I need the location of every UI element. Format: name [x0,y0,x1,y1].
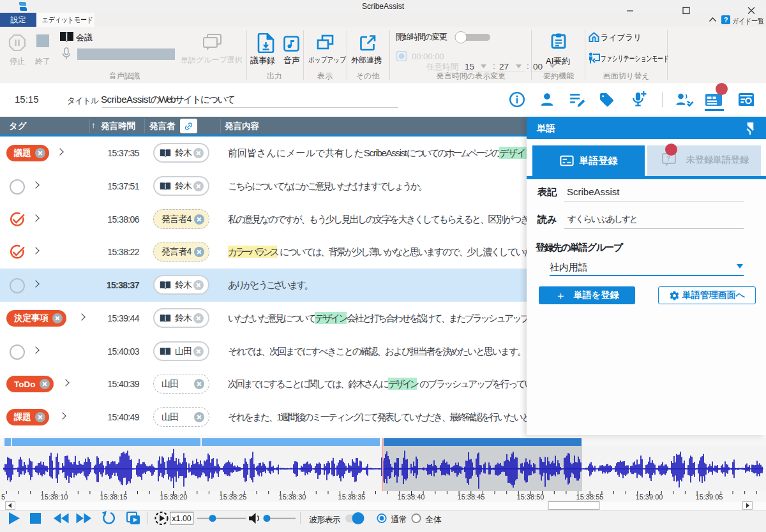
svg-text:15:38:45: 15:38:45 [458,493,485,501]
svg-text:15:38:55: 15:38:55 [576,493,604,501]
svg-text:15:38:50: 15:38:50 [517,493,544,501]
svg-text:15:38:15: 15:38:15 [100,493,128,501]
svg-text:15:38:10: 15:38:10 [41,493,68,501]
svg-text:?: ? [666,155,670,162]
svg-text:15:38:20: 15:38:20 [160,493,188,501]
svg-text:5: 5 [1,493,5,501]
svg-text:15:38:25: 15:38:25 [220,493,247,501]
svg-text:15:38:35: 15:38:35 [338,493,366,501]
svg-text:15:39:05: 15:39:05 [696,493,723,501]
svg-text:15:38:30: 15:38:30 [279,493,306,501]
svg-text:x1.00: x1.00 [172,514,192,523]
svg-text:15:39:00: 15:39:00 [636,493,663,501]
svg-text:15:38:40: 15:38:40 [398,493,425,501]
